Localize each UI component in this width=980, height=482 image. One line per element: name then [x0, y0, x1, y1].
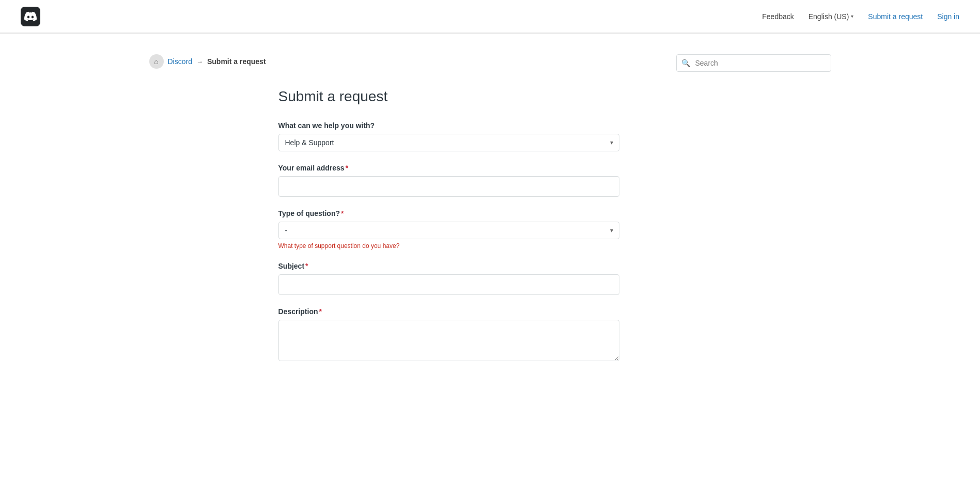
help-with-group: What can we help you with? Help & Suppor…: [278, 121, 702, 151]
sign-in-link[interactable]: Sign in: [937, 12, 959, 21]
help-with-select-wrapper: Help & Support Trust & Safety Billing ▾: [278, 134, 619, 151]
search-container: 🔍: [676, 54, 831, 72]
subject-required-marker: *: [305, 262, 308, 270]
description-label: Description*: [278, 307, 702, 316]
type-of-question-required-marker: *: [341, 209, 344, 217]
type-of-question-label: Type of question?*: [278, 209, 702, 217]
search-input[interactable]: [676, 54, 831, 72]
subject-group: Subject*: [278, 262, 702, 295]
email-required-marker: *: [346, 164, 348, 172]
main-content: Submit a request What can we help you wi…: [258, 72, 723, 406]
page-title: Submit a request: [278, 88, 702, 105]
language-selector[interactable]: English (US) ▾: [808, 12, 854, 21]
top-section: ⌂ Discord → Submit a request 🔍: [129, 42, 852, 72]
help-with-label: What can we help you with?: [278, 121, 702, 130]
home-icon[interactable]: ⌂: [149, 54, 164, 69]
language-label: English (US): [808, 12, 849, 21]
header-nav: Feedback English (US) ▾ Submit a request…: [762, 12, 959, 21]
type-of-question-hint: What type of support question do you hav…: [278, 242, 702, 250]
submit-request-link[interactable]: Submit a request: [868, 12, 923, 21]
breadcrumb-arrow-icon: →: [196, 58, 203, 66]
type-of-question-select[interactable]: -: [278, 222, 619, 239]
discord-logo-icon: [21, 7, 40, 26]
subject-label: Subject*: [278, 262, 702, 270]
header-divider: [0, 33, 980, 34]
email-input[interactable]: [278, 176, 619, 197]
subject-input[interactable]: [278, 274, 619, 295]
language-chevron-icon: ▾: [851, 13, 853, 19]
breadcrumb-discord-link[interactable]: Discord: [168, 57, 192, 66]
feedback-link[interactable]: Feedback: [762, 12, 794, 21]
logo[interactable]: [21, 7, 40, 26]
description-textarea[interactable]: [278, 320, 619, 361]
description-required-marker: *: [319, 307, 322, 316]
breadcrumb-current-page: Submit a request: [207, 57, 266, 66]
description-group: Description*: [278, 307, 702, 363]
help-with-select[interactable]: Help & Support Trust & Safety Billing: [278, 134, 619, 151]
home-glyph: ⌂: [154, 57, 158, 66]
type-of-question-group: Type of question?* - ▾ What type of supp…: [278, 209, 702, 250]
header: Feedback English (US) ▾ Submit a request…: [0, 0, 980, 33]
email-label: Your email address*: [278, 164, 702, 172]
breadcrumb: ⌂ Discord → Submit a request: [149, 54, 266, 69]
email-group: Your email address*: [278, 164, 702, 197]
type-of-question-select-wrapper: - ▾: [278, 222, 619, 239]
